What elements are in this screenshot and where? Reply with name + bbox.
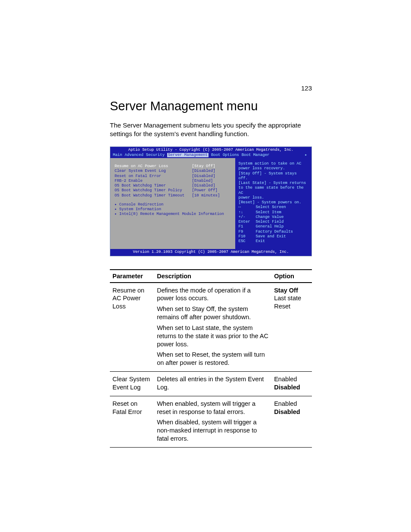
bios-setting-row: Reset on Fatal Error[Disabled] xyxy=(115,174,231,179)
bios-tab: Advanced xyxy=(125,153,143,157)
bios-title: Aptio Setup Utility - Copyright (C) 2005… xyxy=(110,147,311,152)
bios-tab: Server Management xyxy=(167,153,209,157)
page-number: 123 xyxy=(301,84,312,92)
table-header: Option xyxy=(271,270,312,283)
bios-tabs: MainAdvancedSecurityServer ManagementBoo… xyxy=(110,152,311,158)
param-description: When enabled, system will trigger a rese… xyxy=(154,396,271,447)
bios-help-panel: System action to take on ACpower loss re… xyxy=(235,158,311,249)
bios-submenu-link: System Information xyxy=(115,207,231,212)
bios-setting-row: FRB-2 Enable[Enabled] xyxy=(115,179,231,184)
bios-footer: Version 1.20.1093 Copyright (C) 2005-200… xyxy=(110,249,311,255)
bios-help-text: System action to take on ACpower loss re… xyxy=(239,162,308,205)
param-description: Deletes all entries in the System Event … xyxy=(154,372,271,396)
bios-submenu-link: Intel(R) Remote Management Module Inform… xyxy=(115,212,231,217)
param-description: Defines the mode of operation if a power… xyxy=(154,283,271,372)
bios-submenu-link: Console Redirection xyxy=(115,202,231,207)
param-name: Clear System Event Log xyxy=(110,372,154,396)
table-header: Description xyxy=(154,270,271,283)
bios-tab: Boot Manager xyxy=(242,153,270,157)
bios-tab: Boot Options xyxy=(211,153,239,157)
bios-setting-row: OS Boot Watchdog Timer Policy[Power Off] xyxy=(115,188,231,193)
bios-setting-row: OS Boot Watchdog Timer Timeout[10 minute… xyxy=(115,193,231,198)
table-header: Parameter xyxy=(110,270,154,283)
table-row: Resume on AC Power LossDefines the mode … xyxy=(110,283,312,372)
param-options: EnabledDisabled xyxy=(271,372,312,396)
bios-settings-panel: Resume on AC Power Loss[Stay Off]Clear S… xyxy=(110,158,235,249)
param-name: Resume on AC Power Loss xyxy=(110,283,154,372)
parameter-table: ParameterDescriptionOption Resume on AC … xyxy=(110,269,312,448)
intro-text: The Server Management submenu lets you s… xyxy=(110,121,312,139)
param-name: Reset on Fatal Error xyxy=(110,396,154,447)
bios-setting-row: Clear System Event Log[Disabled] xyxy=(115,169,231,174)
bios-key-legend: ↔Select Screen↑↓Select Item+/-Change Val… xyxy=(239,205,308,244)
param-options: EnabledDisabled xyxy=(271,396,312,447)
table-row: Reset on Fatal ErrorWhen enabled, system… xyxy=(110,396,312,447)
bios-tab: Main xyxy=(113,153,122,157)
bios-setting-row: Resume on AC Power Loss[Stay Off] xyxy=(115,164,231,169)
table-row: Clear System Event LogDeletes all entrie… xyxy=(110,372,312,396)
bios-screenshot: Aptio Setup Utility - Copyright (C) 2005… xyxy=(110,146,312,256)
page-title: Server Management menu xyxy=(110,99,312,113)
bios-setting-row: OS Boot Watchdog Timer[Disabled] xyxy=(115,184,231,188)
param-options: Stay OffLast stateReset xyxy=(271,283,312,372)
bios-tab: Security xyxy=(146,153,165,157)
